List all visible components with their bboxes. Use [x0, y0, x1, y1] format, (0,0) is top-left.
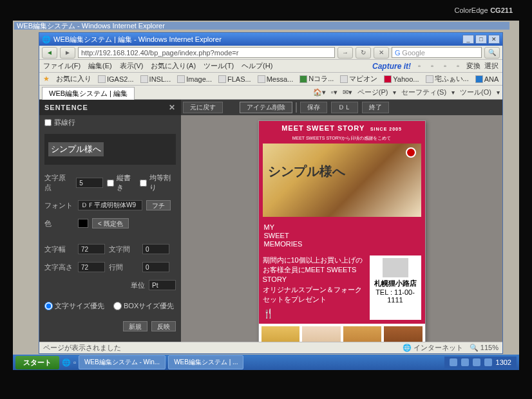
- product-thumb: フォンダンショコラ▶ ￥350: [383, 325, 424, 342]
- default-color-button[interactable]: < 既定色: [92, 218, 129, 228]
- toolbar-icon[interactable]: ▫: [453, 62, 462, 71]
- close-button[interactable]: ✕: [488, 35, 500, 44]
- menu-view[interactable]: 表示(V): [120, 61, 144, 71]
- browser-tab[interactable]: WEB編集システム | 編集: [42, 87, 135, 100]
- toolbar-icon[interactable]: ▫: [441, 62, 450, 71]
- line-spacing-input[interactable]: [142, 262, 169, 272]
- panel-title: SENTENCE ✕: [39, 100, 181, 115]
- zoom-level[interactable]: 🔍 115%: [470, 344, 499, 352]
- back-button[interactable]: ◄: [42, 47, 57, 59]
- convert-button[interactable]: 変換: [466, 61, 480, 71]
- home-button[interactable]: 🏠▾: [313, 88, 326, 97]
- monitor-brand: ColorEdge CG211: [455, 5, 513, 15]
- char-width-label: 文字幅: [44, 245, 74, 254]
- properties-sidebar: 罫線行 シンプル様へ 文字原点 縦書き 均等割り フォント フチ 色 < 既定色…: [39, 100, 181, 342]
- equal-spacing-checkbox[interactable]: 均等割り: [140, 173, 176, 192]
- save-button[interactable]: 保存: [300, 102, 327, 113]
- app-toolbar: SENTENCE ✕ 元に戻す アイテム削除 保存 ＤＬ 終了: [39, 100, 502, 115]
- feed-button[interactable]: ▫▾: [331, 88, 337, 97]
- unit-select[interactable]: [149, 280, 176, 290]
- fav-item[interactable]: Yahoo...: [384, 75, 419, 83]
- status-message: ページが表示されました: [43, 343, 121, 353]
- system-tray[interactable]: 1302: [444, 357, 517, 368]
- tray-icon[interactable]: [450, 358, 457, 366]
- ruled-line-checkbox[interactable]: 罫線行: [44, 118, 176, 127]
- char-width-input[interactable]: [78, 244, 105, 254]
- fav-item[interactable]: INSL...: [140, 75, 171, 83]
- maximize-button[interactable]: □: [475, 35, 487, 44]
- font-select[interactable]: [78, 200, 142, 210]
- toolbar-icon[interactable]: ▫: [428, 62, 437, 71]
- char-height-input[interactable]: [78, 262, 105, 272]
- vertical-checkbox[interactable]: 縦書き: [107, 173, 136, 192]
- quick-launch-icon[interactable]: 🌐: [62, 358, 71, 367]
- flyer-document[interactable]: MEET SWEET STORY SINCE 2005 MEET SWEETS …: [258, 120, 426, 342]
- fav-item[interactable]: Image...: [177, 75, 212, 83]
- taskbar-item[interactable]: WEB編集システム | ...: [168, 355, 243, 369]
- flyer-promo-text: 期間内に10個以上お買い上げのお客様全員にMEET SWEETS STORYオリ…: [263, 255, 366, 320]
- taskbar-item[interactable]: WEB編集システム - Win...: [79, 355, 166, 369]
- mail-button[interactable]: ✉▾: [343, 88, 352, 97]
- select-button[interactable]: 選択: [484, 61, 499, 71]
- url-field[interactable]: http://192.168.102.40/bp_page/index.php?…: [78, 47, 335, 58]
- apply-button[interactable]: 反映: [151, 321, 176, 331]
- panel-close-icon[interactable]: ✕: [169, 103, 176, 112]
- text-preview: シンプル様へ: [44, 134, 176, 165]
- safety-menu[interactable]: セーフティ(S): [401, 88, 446, 97]
- tools-menu[interactable]: ツール(O): [460, 88, 491, 97]
- tab-bar: WEB編集システム | 編集 🏠▾ ▫▾ ✉▾ ページ(P)▾ セーフティ(S)…: [39, 86, 502, 100]
- outline-button[interactable]: フチ: [146, 200, 171, 210]
- download-button[interactable]: ＤＬ: [331, 102, 358, 113]
- star-icon[interactable]: ★: [43, 75, 50, 83]
- canvas-area[interactable]: MEET SWEET STORY SINCE 2005 MEET SWEETS …: [181, 100, 502, 342]
- forward-button[interactable]: ►: [60, 47, 75, 59]
- menu-tools[interactable]: ツール(T): [204, 61, 234, 71]
- font-label: フォント: [44, 201, 74, 210]
- status-bar: ページが表示されました 🌐 インターネット 🔍 115%: [39, 342, 502, 353]
- start-button[interactable]: スタート: [15, 356, 59, 369]
- undo-button[interactable]: 元に戻す: [183, 102, 223, 113]
- fav-item[interactable]: マピオン: [340, 74, 377, 84]
- fav-item[interactable]: 宅ふぁい...: [426, 74, 469, 84]
- go-button[interactable]: →: [337, 47, 353, 59]
- tray-icon[interactable]: [473, 358, 480, 366]
- flyer-hero-image: シンプル様へ: [259, 144, 425, 221]
- ie-icon: 🌐: [42, 35, 51, 44]
- tray-icon[interactable]: [484, 358, 492, 366]
- capture-it-button[interactable]: Capture it!: [372, 62, 411, 71]
- fav-item[interactable]: Nコラ...: [299, 74, 334, 84]
- menu-file[interactable]: ファイル(F): [43, 61, 81, 71]
- flyer-overlay-text[interactable]: シンプル様へ: [268, 163, 345, 180]
- windows-taskbar: スタート 🌐 ▫ WEB編集システム - Win... WEB編集システム | …: [13, 355, 519, 370]
- minimize-button[interactable]: _: [462, 35, 474, 44]
- toolbar-icon[interactable]: ▫: [415, 62, 424, 71]
- origin-input[interactable]: [76, 178, 103, 188]
- fav-item[interactable]: ANA: [475, 75, 499, 83]
- search-button[interactable]: 🔍: [484, 47, 500, 59]
- fav-item[interactable]: FLAS...: [218, 75, 251, 83]
- char-spacing-input[interactable]: [142, 244, 169, 254]
- char-size-priority-radio[interactable]: 文字サイズ優先: [44, 301, 104, 311]
- box-size-priority-radio[interactable]: BOXサイズ優先: [113, 301, 174, 311]
- stop-button[interactable]: ✕: [374, 47, 389, 59]
- internet-zone: 🌐 インターネット: [403, 343, 463, 353]
- color-swatch[interactable]: [78, 219, 88, 228]
- search-field[interactable]: G Google: [392, 47, 482, 58]
- titlebar[interactable]: 🌐 WEB編集システム | 編集 - Windows Internet Expl…: [39, 33, 502, 46]
- fav-item[interactable]: IGAS2...: [98, 75, 134, 83]
- end-button[interactable]: 終了: [362, 102, 389, 113]
- record-icon: [406, 147, 416, 158]
- flyer-store-info: 札幌狸小路店 TEL : 11-00-1111: [370, 255, 421, 320]
- favorites-label[interactable]: お気に入り: [56, 74, 91, 84]
- menu-favorites[interactable]: お気に入り(A): [151, 61, 196, 71]
- browser-window: 🌐 WEB編集システム | 編集 - Windows Internet Expl…: [39, 32, 503, 354]
- menu-edit[interactable]: 編集(E): [88, 61, 112, 71]
- refresh-button[interactable]: ↻: [356, 47, 371, 59]
- delete-item-button[interactable]: アイテム削除: [240, 102, 292, 113]
- new-button[interactable]: 新規: [123, 321, 147, 331]
- page-menu[interactable]: ページ(P): [357, 88, 388, 97]
- fav-item[interactable]: Messa...: [258, 75, 294, 83]
- quick-launch-icon[interactable]: ▫: [73, 358, 76, 366]
- tray-icon[interactable]: [461, 358, 469, 366]
- menu-help[interactable]: ヘルプ(H): [242, 61, 272, 71]
